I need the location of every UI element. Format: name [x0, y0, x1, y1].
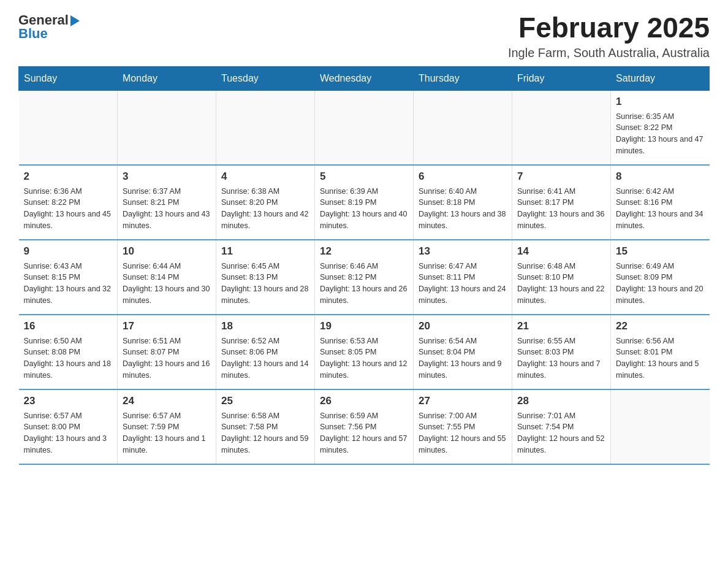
calendar-cell: 13Sunrise: 6:47 AMSunset: 8:11 PMDayligh… [414, 240, 512, 315]
calendar-body: 1Sunrise: 6:35 AMSunset: 8:22 PMDaylight… [19, 90, 710, 464]
calendar-cell: 22Sunrise: 6:56 AMSunset: 8:01 PMDayligh… [611, 315, 710, 389]
calendar-week-row: 9Sunrise: 6:43 AMSunset: 8:15 PMDaylight… [19, 240, 710, 315]
calendar-cell: 5Sunrise: 6:39 AMSunset: 8:19 PMDaylight… [315, 165, 414, 240]
calendar-table: SundayMondayTuesdayWednesdayThursdayFrid… [18, 66, 710, 465]
day-number: 5 [320, 170, 408, 183]
day-number: 15 [616, 245, 705, 258]
page-subtitle: Ingle Farm, South Australia, Australia [508, 46, 710, 60]
day-number: 19 [320, 320, 408, 332]
day-info: Sunrise: 6:54 AMSunset: 8:04 PMDaylight:… [419, 335, 507, 381]
day-info: Sunrise: 6:41 AMSunset: 8:17 PMDaylight:… [517, 186, 605, 232]
day-info: Sunrise: 6:52 AMSunset: 8:06 PMDaylight:… [221, 335, 309, 381]
calendar-cell: 14Sunrise: 6:48 AMSunset: 8:10 PMDayligh… [512, 240, 611, 315]
day-info: Sunrise: 6:40 AMSunset: 8:18 PMDaylight:… [419, 186, 507, 232]
day-number: 11 [221, 245, 309, 258]
calendar-cell: 28Sunrise: 7:01 AMSunset: 7:54 PMDayligh… [512, 389, 611, 464]
day-info: Sunrise: 6:59 AMSunset: 7:56 PMDaylight:… [320, 410, 408, 456]
day-info: Sunrise: 6:49 AMSunset: 8:09 PMDaylight:… [616, 261, 705, 307]
calendar-cell: 15Sunrise: 6:49 AMSunset: 8:09 PMDayligh… [611, 240, 710, 315]
calendar-week-row: 23Sunrise: 6:57 AMSunset: 8:00 PMDayligh… [19, 389, 710, 464]
calendar-cell: 16Sunrise: 6:50 AMSunset: 8:08 PMDayligh… [19, 315, 118, 389]
day-info: Sunrise: 6:42 AMSunset: 8:16 PMDaylight:… [616, 186, 705, 232]
page-title: February 2025 [508, 12, 710, 44]
calendar-cell [19, 90, 118, 165]
day-info: Sunrise: 6:39 AMSunset: 8:19 PMDaylight:… [320, 186, 408, 232]
day-number: 6 [419, 170, 507, 183]
calendar-week-row: 16Sunrise: 6:50 AMSunset: 8:08 PMDayligh… [19, 315, 710, 389]
day-info: Sunrise: 6:45 AMSunset: 8:13 PMDaylight:… [221, 261, 309, 307]
day-number: 16 [24, 320, 113, 332]
day-info: Sunrise: 6:35 AMSunset: 8:22 PMDaylight:… [616, 111, 705, 157]
day-number: 27 [419, 395, 507, 407]
logo: General Blue [18, 12, 80, 42]
day-number: 10 [123, 245, 211, 258]
calendar-cell: 7Sunrise: 6:41 AMSunset: 8:17 PMDaylight… [512, 165, 611, 240]
calendar-day-header: Sunday [19, 66, 118, 90]
calendar-cell: 9Sunrise: 6:43 AMSunset: 8:15 PMDaylight… [19, 240, 118, 315]
day-number: 9 [24, 245, 113, 258]
calendar-cell: 19Sunrise: 6:53 AMSunset: 8:05 PMDayligh… [315, 315, 414, 389]
calendar-cell: 17Sunrise: 6:51 AMSunset: 8:07 PMDayligh… [118, 315, 216, 389]
day-info: Sunrise: 6:58 AMSunset: 7:58 PMDaylight:… [221, 410, 309, 456]
logo-blue-text: Blue [18, 26, 48, 42]
day-number: 12 [320, 245, 408, 258]
calendar-cell: 11Sunrise: 6:45 AMSunset: 8:13 PMDayligh… [216, 240, 315, 315]
calendar-cell: 21Sunrise: 6:55 AMSunset: 8:03 PMDayligh… [512, 315, 611, 389]
day-number: 17 [123, 320, 211, 332]
calendar-day-header: Thursday [414, 66, 512, 90]
day-info: Sunrise: 6:46 AMSunset: 8:12 PMDaylight:… [320, 261, 408, 307]
day-number: 7 [517, 170, 605, 183]
calendar-cell: 26Sunrise: 6:59 AMSunset: 7:56 PMDayligh… [315, 389, 414, 464]
calendar-cell: 24Sunrise: 6:57 AMSunset: 7:59 PMDayligh… [118, 389, 216, 464]
calendar-cell [216, 90, 315, 165]
day-number: 24 [123, 395, 211, 407]
day-number: 13 [419, 245, 507, 258]
day-info: Sunrise: 6:47 AMSunset: 8:11 PMDaylight:… [419, 261, 507, 307]
day-number: 18 [221, 320, 309, 332]
day-number: 28 [517, 395, 605, 407]
calendar-header: SundayMondayTuesdayWednesdayThursdayFrid… [19, 66, 710, 90]
day-number: 22 [616, 320, 705, 332]
day-info: Sunrise: 6:53 AMSunset: 8:05 PMDaylight:… [320, 335, 408, 381]
day-info: Sunrise: 6:36 AMSunset: 8:22 PMDaylight:… [24, 186, 113, 232]
day-number: 23 [24, 395, 113, 407]
calendar-cell: 23Sunrise: 6:57 AMSunset: 8:00 PMDayligh… [19, 389, 118, 464]
day-number: 2 [24, 170, 113, 183]
calendar-cell: 10Sunrise: 6:44 AMSunset: 8:14 PMDayligh… [118, 240, 216, 315]
day-number: 14 [517, 245, 605, 258]
day-info: Sunrise: 6:37 AMSunset: 8:21 PMDaylight:… [123, 186, 211, 232]
day-number: 25 [221, 395, 309, 407]
calendar-cell: 4Sunrise: 6:38 AMSunset: 8:20 PMDaylight… [216, 165, 315, 240]
calendar-day-header: Wednesday [315, 66, 414, 90]
calendar-cell [315, 90, 414, 165]
calendar-cell: 3Sunrise: 6:37 AMSunset: 8:21 PMDaylight… [118, 165, 216, 240]
calendar-cell: 6Sunrise: 6:40 AMSunset: 8:18 PMDaylight… [414, 165, 512, 240]
calendar-cell: 2Sunrise: 6:36 AMSunset: 8:22 PMDaylight… [19, 165, 118, 240]
calendar-cell [414, 90, 512, 165]
day-number: 1 [616, 96, 705, 108]
day-info: Sunrise: 6:44 AMSunset: 8:14 PMDaylight:… [123, 261, 211, 307]
day-number: 4 [221, 170, 309, 183]
day-info: Sunrise: 7:01 AMSunset: 7:54 PMDaylight:… [517, 410, 605, 456]
day-info: Sunrise: 6:57 AMSunset: 7:59 PMDaylight:… [123, 410, 211, 456]
calendar-day-header: Tuesday [216, 66, 315, 90]
calendar-day-header: Monday [118, 66, 216, 90]
calendar-header-row: SundayMondayTuesdayWednesdayThursdayFrid… [19, 66, 710, 90]
title-block: February 2025 Ingle Farm, South Australi… [508, 12, 710, 60]
day-info: Sunrise: 6:57 AMSunset: 8:00 PMDaylight:… [24, 410, 113, 456]
calendar-cell: 20Sunrise: 6:54 AMSunset: 8:04 PMDayligh… [414, 315, 512, 389]
calendar-cell: 27Sunrise: 7:00 AMSunset: 7:55 PMDayligh… [414, 389, 512, 464]
calendar-cell [611, 389, 710, 464]
page-header: General Blue February 2025 Ingle Farm, S… [18, 12, 710, 60]
day-number: 8 [616, 170, 705, 183]
calendar-cell: 25Sunrise: 6:58 AMSunset: 7:58 PMDayligh… [216, 389, 315, 464]
calendar-cell [118, 90, 216, 165]
day-info: Sunrise: 6:43 AMSunset: 8:15 PMDaylight:… [24, 261, 113, 307]
day-number: 3 [123, 170, 211, 183]
day-info: Sunrise: 6:38 AMSunset: 8:20 PMDaylight:… [221, 186, 309, 232]
day-info: Sunrise: 6:51 AMSunset: 8:07 PMDaylight:… [123, 335, 211, 381]
calendar-cell [512, 90, 611, 165]
calendar-cell: 12Sunrise: 6:46 AMSunset: 8:12 PMDayligh… [315, 240, 414, 315]
calendar-cell: 8Sunrise: 6:42 AMSunset: 8:16 PMDaylight… [611, 165, 710, 240]
day-info: Sunrise: 6:56 AMSunset: 8:01 PMDaylight:… [616, 335, 705, 381]
